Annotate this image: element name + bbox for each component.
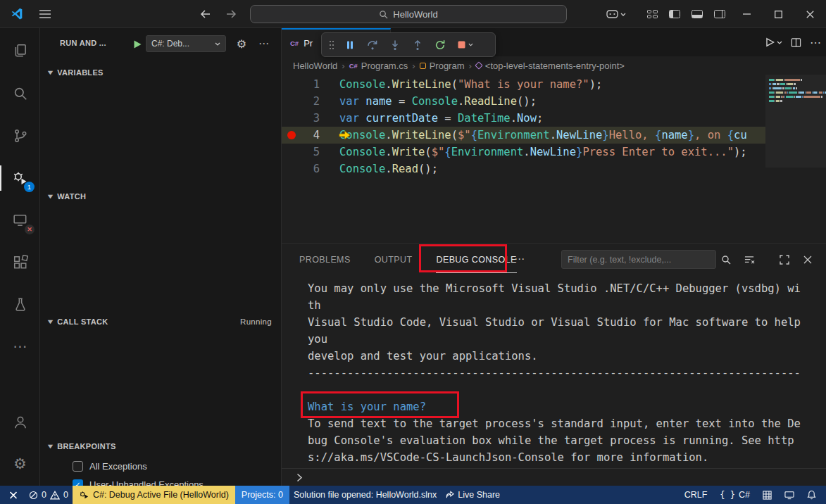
panel-tab-debug-console[interactable]: DEBUG CONSOLE: [436, 246, 516, 273]
breakpoint-gutter[interactable]: [282, 76, 301, 93]
panel-more-icon[interactable]: ⋯: [514, 244, 525, 275]
panel-tab-problems[interactable]: PROBLEMS: [299, 246, 351, 272]
settings-gear-icon[interactable]: ⚙: [0, 446, 40, 480]
run-and-debug-icon[interactable]: 1: [0, 161, 40, 195]
code-line: 4Console.WriteLine($"{Environment.NewLin…: [282, 127, 765, 144]
explorer-icon[interactable]: [0, 34, 40, 68]
remote-explorer-icon[interactable]: ✕: [0, 203, 40, 237]
breakpoint-gutter[interactable]: [282, 144, 301, 160]
sidebar-more-icon[interactable]: ⋯: [256, 35, 273, 52]
panel-search-icon[interactable]: [716, 250, 736, 269]
section-header-breakpoints[interactable]: ▼BREAKPOINTS: [40, 439, 282, 454]
minimap-line: [769, 100, 826, 102]
warning-icon: [50, 491, 60, 500]
testing-icon[interactable]: [0, 288, 40, 322]
section-label: CALL STACK: [57, 317, 108, 326]
maximize-panel-icon[interactable]: [775, 250, 794, 269]
remote-indicator[interactable]: [0, 486, 25, 504]
section-header-call-stack[interactable]: ▼CALL STACKRunning: [40, 314, 282, 329]
minimize-button[interactable]: [731, 0, 763, 28]
breakpoint-item[interactable]: All Exceptions: [40, 458, 282, 474]
search-value: HelloWorld: [393, 9, 437, 20]
section-label: BREAKPOINTS: [57, 442, 115, 451]
source-control-icon[interactable]: [0, 119, 40, 153]
step-into-button[interactable]: [384, 35, 405, 55]
restart-button[interactable]: [430, 35, 450, 55]
warning-count: 0: [63, 490, 68, 500]
menu-icon[interactable]: [37, 7, 54, 21]
command-center-search[interactable]: HelloWorld: [250, 5, 567, 23]
debug-console-input[interactable]: [282, 468, 826, 486]
section-header-watch[interactable]: ▼WATCH: [40, 189, 282, 204]
minimap-line: [769, 87, 826, 89]
breakpoint-checkbox[interactable]: [73, 461, 83, 472]
line-number: 2: [301, 95, 320, 108]
breakpoint-item[interactable]: ✓User-Unhandled Exceptions: [40, 477, 282, 486]
split-editor-icon[interactable]: [791, 37, 801, 48]
debug-badge: 1: [24, 182, 35, 192]
toggle-secondary-sidebar-icon[interactable]: [708, 0, 731, 28]
table-grid-icon[interactable]: [758, 486, 776, 504]
panel-tab-output[interactable]: OUTPUT: [375, 246, 413, 272]
breadcrumb-item[interactable]: C#Program.cs: [349, 61, 408, 71]
projects-status[interactable]: Projects: 0: [235, 486, 289, 504]
code-text: Console.WriteLine("What is your name?");: [320, 78, 602, 91]
close-panel-icon[interactable]: [798, 250, 818, 269]
breakpoint-label: All Exceptions: [89, 461, 147, 472]
breakpoint-gutter[interactable]: [282, 110, 301, 127]
start-debug-button[interactable]: [130, 37, 144, 51]
step-over-button[interactable]: [362, 35, 382, 55]
problems-status[interactable]: 0 0: [25, 486, 73, 504]
breakpoint-checkbox[interactable]: ✓: [73, 479, 83, 486]
breakpoint-gutter[interactable]: [282, 160, 301, 177]
toolbar-grip-icon[interactable]: [326, 35, 337, 55]
breadcrumb-label: <top-level-statements-entry-point>: [485, 61, 625, 71]
csharp-file-icon: C#: [349, 62, 358, 70]
bell-icon[interactable]: [803, 486, 820, 504]
breadcrumb-item[interactable]: Program: [420, 61, 465, 71]
minimap[interactable]: [765, 75, 826, 168]
account-icon[interactable]: [0, 405, 40, 439]
titlebar-actions: [601, 0, 826, 28]
solution-label: Solution file opened: HelloWorld.slnx: [294, 490, 437, 500]
forward-arrow-icon[interactable]: [224, 6, 239, 22]
back-arrow-icon[interactable]: [197, 6, 213, 22]
console-info-line: develop and test your applications.: [308, 348, 802, 365]
toggle-panel-icon[interactable]: [686, 0, 708, 28]
maximize-button[interactable]: [763, 0, 794, 28]
breadcrumb-item[interactable]: <top-level-statements-entry-point>: [476, 61, 625, 71]
language-mode[interactable]: { } C#: [715, 486, 754, 504]
search-icon: [379, 10, 388, 19]
copilot-icon[interactable]: [601, 0, 631, 28]
breakpoint-gutter[interactable]: [282, 127, 301, 144]
breakpoint-dot[interactable]: [287, 131, 296, 139]
editor-group: C# Pr ⋯: [282, 28, 826, 243]
eol-indicator[interactable]: CRLF: [680, 486, 712, 504]
more-views-icon[interactable]: ⋯: [0, 329, 40, 363]
filter-input[interactable]: [561, 250, 716, 269]
breakpoint-gutter[interactable]: [282, 93, 301, 110]
customize-layout-icon[interactable]: [641, 0, 663, 28]
pause-button[interactable]: [339, 35, 360, 55]
clear-console-icon[interactable]: [739, 250, 759, 269]
solution-status[interactable]: Solution file opened: HelloWorld.slnx: [289, 486, 441, 504]
editor-more-icon[interactable]: ⋯: [810, 36, 822, 49]
debug-console-output[interactable]: You may only use the Microsoft Visual St…: [308, 280, 802, 466]
debug-config-dropdown[interactable]: C#: Deb...: [146, 35, 226, 52]
section-header-variables[interactable]: ▼VARIABLES: [40, 65, 282, 80]
breadcrumb-item[interactable]: HelloWorld: [293, 61, 337, 71]
toggle-primary-sidebar-icon[interactable]: [663, 0, 686, 28]
screen-share-icon[interactable]: [780, 486, 799, 504]
run-or-debug-button[interactable]: [765, 37, 782, 47]
live-share-status[interactable]: Live Share: [441, 486, 504, 504]
step-out-button[interactable]: [407, 35, 427, 55]
code-editor[interactable]: 1Console.WriteLine("What is your name?")…: [282, 76, 765, 177]
stop-button[interactable]: [452, 35, 477, 55]
minimap-line: [769, 96, 826, 98]
extensions-icon[interactable]: [0, 246, 40, 279]
debug-status[interactable]: C#: Debug Active File (HelloWorld): [73, 486, 235, 504]
debug-settings-gear-icon[interactable]: ⚙: [233, 35, 250, 52]
remote-error-badge: ✕: [25, 225, 35, 234]
close-window-button[interactable]: [794, 0, 826, 28]
search-icon[interactable]: [0, 77, 40, 111]
